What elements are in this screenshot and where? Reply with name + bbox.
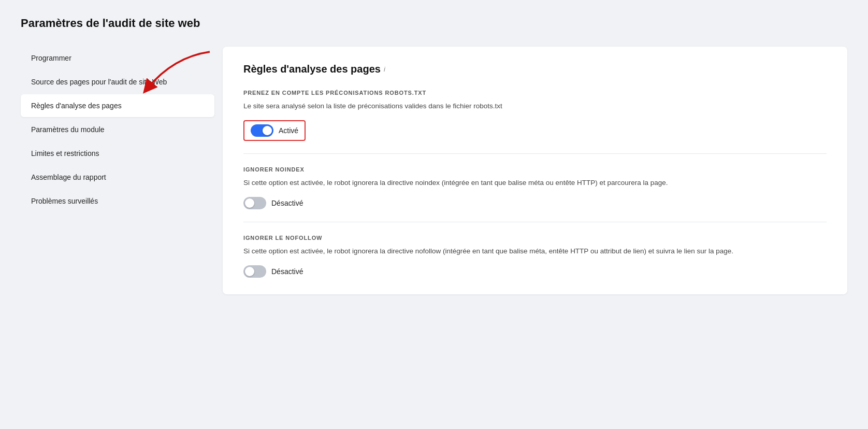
- toggle-row-nofollow: Désactivé: [243, 265, 827, 278]
- toggle-row-noindex: Désactivé: [243, 197, 827, 209]
- sidebar-item-assemblage[interactable]: Assemblage du rapport: [21, 166, 214, 189]
- toggle-noindex[interactable]: [243, 197, 266, 209]
- sidebar-item-regles[interactable]: Règles d'analyse des pages: [21, 94, 214, 117]
- rule-description-noindex: Si cette option est activée, le robot ig…: [243, 178, 741, 189]
- toggle-nofollow[interactable]: [243, 265, 266, 278]
- sidebar-item-parametres-module[interactable]: Paramètres du module: [21, 118, 214, 141]
- rule-label-noindex: IGNORER NOINDEX: [243, 166, 827, 173]
- sidebar-item-limites[interactable]: Limites et restrictions: [21, 142, 214, 165]
- highlight-box-robots: Activé: [243, 120, 306, 141]
- rule-label-robots: PRENEZ EN COMPTE LES PRÉCONISATIONS ROBO…: [243, 90, 827, 96]
- sidebar-item-problemes[interactable]: Problèmes surveillés: [21, 190, 214, 212]
- toggle-robots[interactable]: [251, 124, 273, 137]
- rule-section-robots: PRENEZ EN COMPTE LES PRÉCONISATIONS ROBO…: [243, 90, 827, 141]
- page-title: Paramètres de l'audit de site web: [21, 17, 847, 30]
- toggle-label-nofollow: Désactivé: [271, 267, 303, 276]
- toggle-label-noindex: Désactivé: [271, 199, 303, 207]
- rule-description-nofollow: Si cette option est activée, le robot ig…: [243, 246, 741, 257]
- sidebar-item-programmer[interactable]: Programmer: [21, 47, 214, 69]
- info-icon: i: [384, 65, 385, 73]
- rule-description-robots: Le site sera analysé selon la liste de p…: [243, 101, 741, 112]
- sidebar: ProgrammerSource des pages pour l'audit …: [21, 47, 223, 294]
- main-content: Règles d'analyse des pages i PRENEZ EN C…: [223, 47, 847, 294]
- section-title: Règles d'analyse des pages i: [243, 63, 827, 75]
- sidebar-item-source[interactable]: Source des pages pour l'audit de site We…: [21, 70, 214, 93]
- toggle-row-robots: Activé: [243, 120, 827, 141]
- rule-section-nofollow: IGNORER LE NOFOLLOWSi cette option est a…: [243, 222, 827, 278]
- section-title-text: Règles d'analyse des pages: [243, 63, 381, 75]
- rule-section-noindex: IGNORER NOINDEXSi cette option est activ…: [243, 153, 827, 209]
- rule-label-nofollow: IGNORER LE NOFOLLOW: [243, 235, 827, 241]
- toggle-label-robots: Activé: [279, 126, 298, 135]
